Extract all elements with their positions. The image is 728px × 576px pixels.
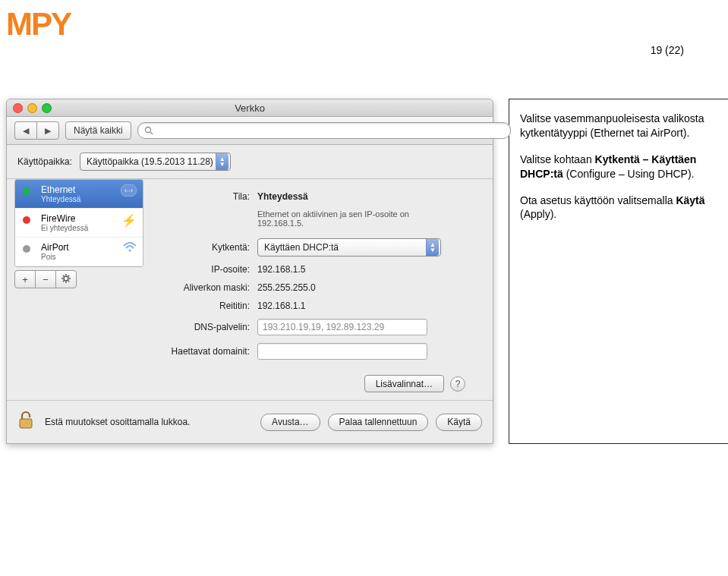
ip-value: 192.168.1.5: [257, 264, 305, 275]
network-preferences-window: Verkko ◀ ▶ Näytä kaikki Käyttöpaikka:: [6, 99, 493, 444]
apply-button[interactable]: Käytä: [436, 414, 482, 431]
configure-label: Kytkentä:: [157, 242, 257, 253]
svg-point-2: [23, 187, 30, 195]
nav-segment[interactable]: ◀ ▶: [14, 121, 59, 140]
airport-icon: [21, 244, 32, 257]
sidebar-item-status: Ei yhteydessä: [41, 224, 88, 232]
sidebar-item-label: AirPort: [41, 242, 69, 253]
svg-point-5: [128, 249, 131, 251]
configure-value: Käyttäen DHCP:tä: [264, 242, 339, 253]
status-description: Ethernet on aktiivinen ja sen IP-osoite …: [257, 209, 447, 228]
location-label: Käyttöpaikka:: [17, 156, 72, 167]
svg-rect-15: [20, 419, 32, 428]
titlebar: Verkko: [7, 99, 493, 117]
interface-actions-button[interactable]: [55, 270, 77, 288]
svg-line-11: [63, 275, 64, 275]
sidebar-item-status: Yhteydessä: [41, 195, 80, 203]
lock-icon[interactable]: [17, 410, 34, 434]
forward-button[interactable]: ▶: [36, 121, 59, 140]
help-button[interactable]: ?: [450, 376, 465, 392]
help-pill-button[interactable]: Avusta…: [260, 414, 320, 431]
mask-value: 255.255.255.0: [257, 282, 316, 293]
chevron-updown-icon: ▲▼: [426, 239, 439, 256]
back-button[interactable]: ◀: [14, 121, 36, 140]
revert-button[interactable]: Palaa tallennettuun: [328, 414, 429, 431]
logo: MPY: [6, 6, 71, 42]
chevron-updown-icon: ▲▼: [216, 153, 228, 170]
firewire-glyph-icon: ⚡: [121, 213, 137, 228]
search-input[interactable]: [137, 122, 511, 139]
window-title: Verkko: [7, 102, 493, 114]
search-icon: [144, 126, 153, 137]
sidebar-item-status: Pois: [41, 253, 69, 261]
svg-line-12: [68, 280, 69, 281]
remove-interface-button[interactable]: −: [36, 270, 55, 288]
svg-point-4: [23, 245, 30, 253]
status-value: Yhteydessä: [257, 191, 308, 202]
status-label: Tila:: [157, 191, 257, 202]
show-all-button[interactable]: Näytä kaikki: [65, 121, 131, 140]
lock-text: Estä muutokset osoittamalla lukkoa.: [45, 417, 253, 427]
footer-bar: Estä muutokset osoittamalla lukkoa. Avus…: [7, 400, 493, 443]
detail-panel: Tila: Yhteydessä Ethernet on aktiivinen …: [143, 179, 493, 400]
svg-line-14: [68, 275, 69, 275]
dns-input[interactable]: [257, 319, 427, 335]
location-value: Käyttöpaikka (19.5.2013 11.28): [87, 156, 213, 167]
instruction-callout: Valitse vasemmanpuoleisesta valikosta ky…: [509, 99, 728, 444]
sidebar-item-airport[interactable]: AirPort Pois: [15, 238, 143, 266]
svg-line-13: [63, 280, 64, 281]
advanced-button[interactable]: Lisävalinnat…: [364, 375, 444, 392]
sidebar-item-ethernet[interactable]: Ethernet Yhteydessä ‹··›: [15, 180, 143, 209]
sidebar-item-firewire[interactable]: FireWire Ei yhteydessä ⚡: [15, 209, 143, 238]
gear-icon: [61, 274, 71, 285]
interfaces-sidebar: Ethernet Yhteydessä ‹··› FireWire E: [14, 179, 143, 267]
ethernet-badge: ‹··›: [121, 184, 137, 197]
domains-input[interactable]: [257, 343, 427, 360]
add-interface-button[interactable]: +: [14, 270, 36, 288]
sidebar-footer: + −: [14, 270, 143, 288]
sidebar-item-label: Ethernet: [41, 184, 75, 195]
firewire-icon: [21, 215, 32, 228]
sidebar-item-label: FireWire: [41, 213, 75, 224]
svg-point-6: [64, 276, 68, 281]
instruction-p3: Ota asetus käyttöön valitsemalla Käytä (…: [520, 194, 717, 222]
router-label: Reititin:: [157, 301, 257, 311]
dns-label: DNS-palvelin:: [157, 322, 257, 332]
mask-label: Aliverkon maski:: [157, 282, 257, 293]
wifi-icon: [123, 242, 137, 255]
svg-point-3: [23, 216, 30, 224]
router-value: 192.168.1.1: [257, 301, 305, 311]
page-number: 19 (22): [651, 44, 684, 56]
configure-select[interactable]: Käyttäen DHCP:tä ▲▼: [257, 238, 441, 257]
location-select[interactable]: Käyttöpaikka (19.5.2013 11.28) ▲▼: [80, 153, 231, 171]
toolbar: ◀ ▶ Näytä kaikki: [7, 117, 493, 145]
location-row: Käyttöpaikka: Käyttöpaikka (19.5.2013 11…: [7, 145, 493, 179]
svg-line-1: [150, 132, 153, 134]
svg-point-0: [145, 127, 150, 133]
instruction-p2: Valitse kohtaan Kytkentä – Käyttäen DHCP…: [520, 153, 717, 181]
ip-label: IP-osoite:: [157, 264, 257, 275]
instruction-p1: Valitse vasemmanpuoleisesta valikosta ky…: [520, 112, 717, 140]
ethernet-icon: [21, 186, 32, 199]
domains-label: Haettavat domainit:: [157, 346, 257, 357]
